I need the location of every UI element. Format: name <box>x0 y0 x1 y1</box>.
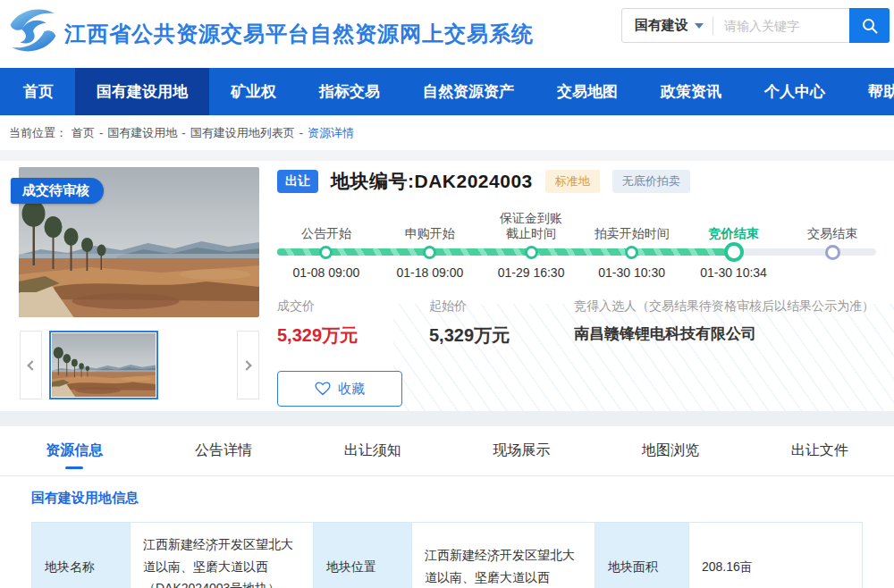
thumbnail-next-button[interactable] <box>237 331 259 399</box>
chevron-right-icon <box>241 360 251 370</box>
search-box: 国有建设 <box>621 8 890 43</box>
breadcrumb-prefix: 当前位置： <box>9 125 67 141</box>
status-badge: 成交待审核 <box>11 178 104 204</box>
parcel-location-label: 地块位置 <box>314 523 412 588</box>
tab-resource-info[interactable]: 资源信息 <box>0 426 149 475</box>
breadcrumb-land[interactable]: 国有建设用地 <box>107 125 177 141</box>
header: 江西省公共资源交易平台自然资源网上交易系统 国有建设 <box>0 0 894 68</box>
parcel-number-title: 地块编号:DAK2024003 <box>331 169 533 194</box>
page: 江西省公共资源交易平台自然资源网上交易系统 国有建设 首页 国有建设用地 矿业权… <box>0 0 894 588</box>
listing-detail-card: 成交待审核 出让 地块编号:DAK2024003 标准地 无底价拍卖 <box>0 161 894 411</box>
site-title: 江西省公共资源交易平台自然资源网上交易系统 <box>64 20 534 48</box>
tab-transfer-documents[interactable]: 出让文件 <box>745 426 894 475</box>
winner-block: 竞得入选人（交易结果待资格审核后以结果公示为准） 南昌赣锋锂电科技有限公司 <box>574 298 883 348</box>
timeline-node <box>525 246 538 259</box>
tab-announcement-detail[interactable]: 公告详情 <box>149 426 299 475</box>
breadcrumb-separator: - <box>181 126 185 139</box>
transfer-type-badge: 出让 <box>277 170 318 193</box>
search-button[interactable] <box>849 8 890 43</box>
start-price-value: 5,329万元 <box>429 323 574 348</box>
standard-land-tag: 标准地 <box>545 170 600 193</box>
winner-value: 南昌赣锋锂电科技有限公司 <box>574 323 883 344</box>
timeline-step-auction-start: 拍卖开始时间 01-30 10:30 <box>573 209 691 280</box>
breadcrumb-separator: - <box>299 126 303 139</box>
nav-item-policy-news[interactable]: 政策资讯 <box>639 68 743 115</box>
section-gap <box>0 411 894 426</box>
nav-item-personal-center[interactable]: 个人中心 <box>743 68 847 115</box>
land-info-table: 地块名称 江西新建经济开发区望北大道以南、坚磨大道以西（DAK2024003号地… <box>31 522 863 588</box>
search-icon <box>861 17 879 35</box>
heart-icon <box>315 382 331 396</box>
thumbnail-selected[interactable] <box>49 331 158 399</box>
parcel-location-value: 江西新建经济开发区望北大道以南、坚磨大道以西 <box>412 523 595 588</box>
thumbnail-strip <box>0 331 268 399</box>
nav-item-index-trading[interactable]: 指标交易 <box>298 68 401 115</box>
winner-label: 竞得入选人（交易结果待资格审核后以结果公示为准） <box>574 298 883 315</box>
site-logo-icon <box>7 6 59 55</box>
tab-transfer-notice[interactable]: 出让须知 <box>298 426 447 475</box>
breadcrumb-current: 资源详情 <box>308 125 354 141</box>
timeline-node <box>825 245 840 260</box>
detail-tabs: 资源信息 公告详情 出让须知 现场展示 地图浏览 出让文件 <box>0 426 894 476</box>
no-reserve-auction-tag: 无底价拍卖 <box>612 170 690 193</box>
start-price-label: 起始价 <box>429 298 574 315</box>
auction-timeline: 公告开始 01-08 09:00 申购开始 01-18 09:00 保证金到账截… <box>277 209 883 286</box>
title-row: 出让 地块编号:DAK2024003 标准地 无底价拍卖 <box>277 168 883 195</box>
land-info-section: 国有建设用地信息 地块名称 江西新建经济开发区望北大道以南、坚磨大道以西（DAK… <box>0 476 894 588</box>
breadcrumb-separator: - <box>99 126 103 139</box>
chevron-left-icon <box>27 360 37 370</box>
parcel-area-label: 地块面积 <box>595 523 689 588</box>
nav-item-natural-resources[interactable]: 自然资源资产 <box>401 68 536 115</box>
parcel-name-label: 地块名称 <box>32 523 131 588</box>
listing-info-pane: 出让 地块编号:DAK2024003 标准地 无底价拍卖 公告开始 01-08 … <box>277 168 883 407</box>
nav-item-mining-rights[interactable]: 矿业权 <box>209 68 298 115</box>
favorite-label: 收藏 <box>338 381 365 398</box>
timeline-step-transaction-end: 交易结束 <box>773 209 891 265</box>
nav-item-state-owned-land[interactable]: 国有建设用地 <box>75 68 209 115</box>
tab-map-browse[interactable]: 地图浏览 <box>596 426 746 475</box>
breadcrumb-home[interactable]: 首页 <box>72 125 95 141</box>
parcel-area-value: 208.16亩 <box>689 523 863 588</box>
table-row: 地块名称 江西新建经济开发区望北大道以南、坚磨大道以西（DAK2024003号地… <box>32 523 863 588</box>
timeline-step-announcement: 公告开始 01-08 09:00 <box>267 209 385 280</box>
search-category-dropdown[interactable]: 国有建设 <box>622 17 713 34</box>
tab-site-display[interactable]: 现场展示 <box>447 426 596 475</box>
breadcrumb-land-list[interactable]: 国有建设用地列表页 <box>190 125 295 141</box>
timeline-node <box>319 246 333 259</box>
caret-down-icon <box>695 23 704 29</box>
timeline-node <box>625 246 638 259</box>
nav-item-home[interactable]: 首页 <box>2 68 75 115</box>
breadcrumb: 当前位置： 首页 - 国有建设用地 - 国有建设用地列表页 - 资源详情 <box>0 115 894 150</box>
favorite-button[interactable]: 收藏 <box>277 371 402 407</box>
price-summary: 成交价 5,329万元 起始价 5,329万元 竞得入选人（交易结果待资格审核后… <box>277 298 883 348</box>
nav-item-help-center[interactable]: 帮助中心 <box>847 68 894 115</box>
timeline-step-application: 申购开始 01-18 09:00 <box>371 209 489 280</box>
search-category-value: 国有建设 <box>635 17 688 34</box>
main-nav: 首页 国有建设用地 矿业权 指标交易 自然资源资产 交易地图 政策资讯 个人中心… <box>0 68 894 115</box>
thumbnail-prev-button[interactable] <box>20 331 42 399</box>
start-price-block: 起始价 5,329万元 <box>429 298 574 348</box>
timeline-node <box>423 246 436 259</box>
search-input[interactable] <box>713 19 849 33</box>
deal-price-label: 成交价 <box>277 298 429 315</box>
parcel-name-value: 江西新建经济开发区望北大道以南、坚磨大道以西（DAK2024003号地块） <box>131 523 314 588</box>
deal-price-value: 5,329万元 <box>277 323 429 348</box>
section-heading: 国有建设用地信息 <box>31 490 863 507</box>
divider-band <box>0 150 894 161</box>
deal-price-block: 成交价 5,329万元 <box>277 298 429 348</box>
nav-item-trading-map[interactable]: 交易地图 <box>536 68 639 115</box>
timeline-node <box>724 242 744 262</box>
